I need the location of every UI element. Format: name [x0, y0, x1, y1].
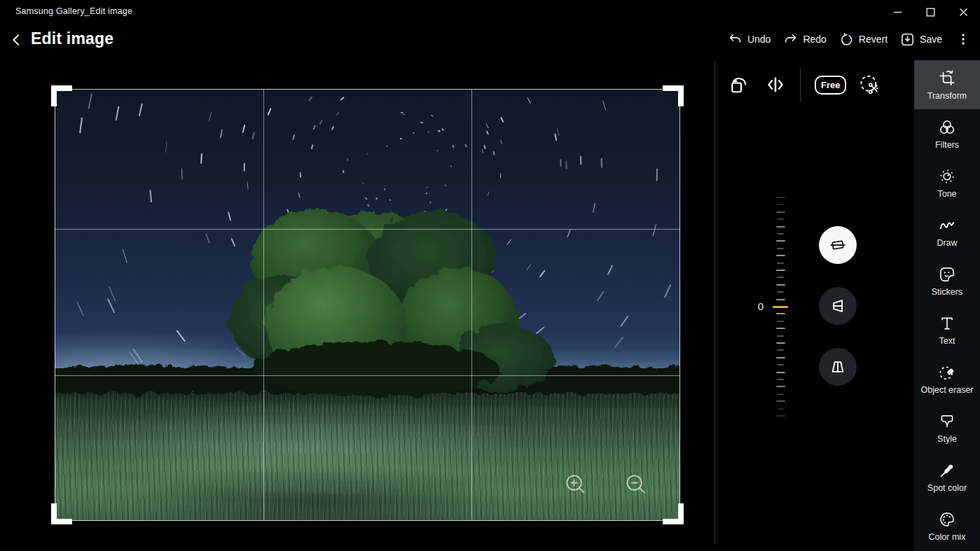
sidebar-item-transform[interactable]: Transform — [914, 60, 980, 109]
sidebar-item-draw[interactable]: Draw — [914, 207, 980, 256]
back-chevron-icon — [9, 32, 25, 48]
transform-crop-rotate-icon — [938, 69, 956, 88]
horizontal-perspective-tab[interactable] — [819, 348, 857, 386]
straighten-icon — [829, 236, 847, 254]
redo-label: Redo — [803, 34, 826, 45]
sidebar-item-label: Filters — [935, 141, 959, 150]
undo-label: Undo — [747, 34, 771, 45]
header-actions: Undo Redo Revert Save — [728, 28, 972, 50]
revert-button[interactable]: Revert — [839, 32, 888, 47]
sidebar-item-label: Color mix — [929, 533, 966, 542]
text-serif-t-icon — [938, 314, 956, 333]
horizontal-perspective-icon — [829, 358, 847, 376]
crop-handle-top-left[interactable] — [51, 85, 72, 106]
sidebar-item-label: Transform — [927, 92, 967, 101]
vertical-perspective-tab[interactable] — [819, 287, 857, 325]
revert-icon — [839, 32, 854, 47]
save-icon — [900, 32, 915, 47]
tool-sidebar: Transform Filters Tone Draw Stickers Tex… — [914, 60, 980, 551]
toolbar-separator — [800, 68, 801, 102]
straighten-ruler[interactable] — [768, 197, 793, 417]
back-button[interactable] — [6, 29, 28, 50]
sidebar-item-label: Style — [937, 435, 957, 444]
sticker-smiley-icon — [938, 265, 956, 284]
sidebar-item-label: Tone — [937, 190, 956, 199]
lasso-crop-button[interactable] — [857, 73, 881, 97]
zoom-out-button[interactable] — [624, 473, 648, 496]
save-button[interactable]: Save — [900, 32, 942, 47]
crop-handle-bottom-right[interactable] — [663, 503, 684, 524]
zoom-out-magnifier-icon — [624, 473, 648, 496]
rotate-left-icon — [729, 74, 750, 95]
object-eraser-icon — [938, 363, 956, 382]
spot-color-dropper-icon — [938, 461, 956, 480]
draw-squiggle-icon — [938, 216, 956, 235]
titlebar: Samsung Gallery_Edit image — [0, 0, 980, 24]
redo-icon — [783, 32, 798, 47]
close-icon — [958, 7, 969, 18]
close-button[interactable] — [947, 0, 980, 24]
window-title: Samsung Gallery_Edit image — [15, 6, 132, 16]
transform-toolbar: Free — [729, 67, 881, 102]
zoom-in-button[interactable] — [564, 473, 588, 496]
style-brush-icon — [938, 412, 956, 431]
maximize-button[interactable] — [914, 0, 947, 24]
photo — [55, 89, 680, 521]
sidebar-item-label: Stickers — [932, 288, 962, 297]
sidebar-item-label: Object eraser — [920, 386, 973, 395]
panel-divider — [715, 62, 715, 545]
maximize-icon — [925, 7, 936, 18]
flip-horizontal-button[interactable] — [765, 74, 786, 95]
window-controls — [881, 0, 980, 24]
sidebar-item-color-mix[interactable]: Color mix — [914, 501, 980, 550]
minimize-icon — [892, 7, 903, 18]
sidebar-item-label: Text — [939, 337, 955, 346]
save-label: Save — [920, 34, 942, 45]
flip-horizontal-icon — [765, 74, 786, 95]
lasso-crop-icon — [857, 73, 881, 97]
straighten-tab[interactable] — [819, 226, 857, 264]
sidebar-item-object-eraser[interactable]: Object eraser — [914, 354, 980, 403]
filters-circles-icon — [938, 118, 956, 137]
crop-canvas[interactable] — [55, 89, 680, 521]
redo-button[interactable]: Redo — [783, 32, 826, 47]
crop-handle-bottom-left[interactable] — [51, 503, 72, 524]
page-title: Edit image — [31, 29, 113, 48]
color-mix-palette-icon — [938, 510, 956, 529]
sidebar-item-label: Draw — [937, 239, 957, 248]
sidebar-item-tone[interactable]: Tone — [914, 158, 980, 207]
aspect-ratio-button[interactable]: Free — [815, 76, 846, 95]
more-options-icon — [957, 33, 969, 46]
more-options-button[interactable] — [955, 29, 972, 50]
sidebar-item-style[interactable]: Style — [914, 403, 980, 452]
revert-label: Revert — [859, 34, 888, 45]
undo-button[interactable]: Undo — [728, 32, 771, 47]
adjust-tabs — [819, 226, 857, 409]
undo-icon — [728, 32, 743, 47]
sidebar-item-label: Spot color — [927, 484, 967, 493]
sidebar-item-text[interactable]: Text — [914, 305, 980, 354]
crop-handle-top-right[interactable] — [663, 85, 684, 106]
minimize-button[interactable] — [881, 0, 914, 24]
sidebar-item-spot-color[interactable]: Spot color — [914, 452, 980, 501]
sidebar-item-stickers[interactable]: Stickers — [914, 256, 980, 305]
sidebar-item-filters[interactable]: Filters — [914, 109, 980, 158]
photo-tree-layer — [55, 89, 680, 521]
rotate-button[interactable] — [729, 74, 750, 95]
straighten-value: 0 — [751, 300, 764, 312]
zoom-in-magnifier-icon — [564, 473, 588, 496]
vertical-perspective-icon — [829, 297, 847, 315]
tone-dial-icon — [938, 167, 956, 186]
